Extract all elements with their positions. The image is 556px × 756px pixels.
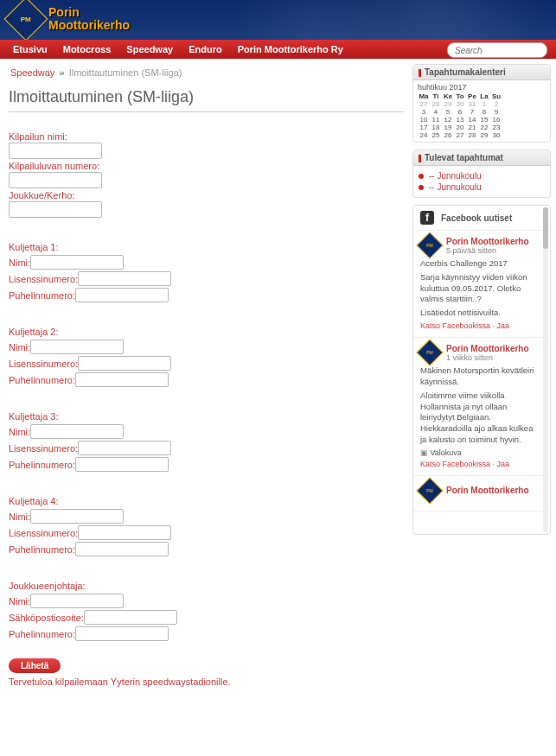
cal-day[interactable]: 22	[478, 124, 490, 131]
cal-day[interactable]: 14	[466, 116, 478, 124]
fb-post-author[interactable]: Porin Moottorikerho	[446, 486, 529, 495]
cal-day[interactable]: 23	[490, 124, 502, 131]
input-driver-2-name[interactable]	[30, 340, 124, 354]
cal-day[interactable]: 21	[466, 124, 478, 131]
cal-day[interactable]: 30	[454, 100, 466, 108]
label-driver-lic: Lisenssinumero:	[9, 274, 78, 284]
input-driver-4-phone[interactable]	[75, 542, 169, 556]
label-leader-email: Sähköpostiosoite:	[9, 613, 84, 623]
cal-day[interactable]: 24	[418, 131, 430, 139]
cal-day[interactable]: 29	[478, 131, 490, 139]
label-comp-num: Kilpailuluvan numero:	[9, 161, 404, 171]
cal-day[interactable]: 11	[430, 116, 442, 124]
cal-weekday: La	[478, 92, 490, 100]
nav-motocross[interactable]: Motocross	[55, 44, 119, 54]
main-nav: Etusivu Motocross Speedway Enduro Porin …	[0, 40, 556, 59]
input-team[interactable]	[9, 201, 102, 218]
fb-post: PMPorin Moottorikerho5 päivää sittenAcer…	[413, 231, 550, 338]
breadcrumb-current: Ilmoittautuminen (SM-liiga)	[69, 67, 182, 78]
label-driver-phone: Puhelinnumero:	[9, 544, 75, 555]
search-input[interactable]	[447, 42, 547, 58]
input-driver-4-lic[interactable]	[78, 525, 171, 540]
input-comp-name[interactable]	[9, 143, 102, 159]
nav-ry[interactable]: Porin Moottorikerho Ry	[230, 44, 351, 54]
input-leader-email[interactable]	[84, 610, 177, 625]
input-comp-num[interactable]	[9, 172, 102, 188]
fb-post-links[interactable]: Katso Facebookissa · Jaa	[420, 321, 541, 330]
cal-day[interactable]: 12	[442, 116, 454, 124]
fb-post: PMPorin Moottorikerho1 viikko sittenMäki…	[413, 338, 550, 476]
cal-day[interactable]: 31	[466, 100, 478, 108]
driver-4-title: Kuljettaja 4:	[9, 496, 404, 506]
fb-post-time: 1 viikko sitten	[446, 353, 529, 362]
cal-weekday: Su	[490, 92, 502, 100]
cal-day[interactable]: 5	[442, 108, 454, 116]
cal-day[interactable]: 6	[454, 108, 466, 116]
cal-day[interactable]: 17	[418, 124, 430, 131]
input-driver-4-name[interactable]	[30, 509, 124, 524]
cal-day[interactable]: 18	[430, 124, 442, 131]
cal-day[interactable]: 28	[466, 131, 478, 139]
cal-day[interactable]: 7	[466, 108, 478, 116]
cal-day[interactable]: 13	[454, 116, 466, 124]
input-driver-2-lic[interactable]	[78, 356, 171, 371]
cal-day[interactable]: 29	[442, 100, 454, 108]
nav-etusivu[interactable]: Etusivu	[5, 44, 55, 54]
cal-day[interactable]: 26	[442, 131, 454, 139]
nav-speedway[interactable]: Speedway	[118, 44, 181, 54]
cal-day[interactable]: 8	[478, 108, 490, 116]
logo-text: Porin Moottorikerho	[48, 6, 130, 31]
cal-day[interactable]: 9	[490, 108, 502, 116]
cal-day[interactable]: 3	[418, 108, 430, 116]
panel-facebook: f Facebook uutiset PMPorin Moottorikerho…	[412, 205, 551, 535]
input-driver-1-phone[interactable]	[75, 288, 169, 302]
cal-day[interactable]: 28	[430, 100, 442, 108]
cal-day[interactable]: 25	[430, 131, 442, 139]
label-driver-lic: Lisenssinumero:	[9, 359, 78, 369]
cal-day[interactable]: 27	[454, 131, 466, 139]
cal-day[interactable]: 27	[418, 100, 430, 108]
cal-day[interactable]: 19	[442, 124, 454, 131]
input-driver-1-name[interactable]	[30, 255, 124, 270]
leader-title: Joukkueenjohtaja:	[9, 581, 404, 591]
cal-day[interactable]: 30	[490, 131, 502, 139]
input-driver-3-lic[interactable]	[78, 441, 171, 455]
panel-upcoming-header: Tulevat tapahtumat	[413, 150, 550, 166]
breadcrumb-speedway[interactable]: Speedway	[10, 67, 54, 78]
event-link[interactable]: -- Junnukoulu	[429, 171, 482, 181]
input-leader-phone[interactable]	[75, 626, 169, 641]
label-driver-name: Nimi:	[9, 342, 30, 353]
cal-day[interactable]: 4	[430, 108, 442, 116]
site-logo[interactable]: PM Porin Moottorikerho	[10, 3, 130, 35]
fb-scrollbar[interactable]	[541, 206, 550, 534]
input-driver-2-phone[interactable]	[75, 372, 169, 387]
panel-upcoming: Tulevat tapahtumat -- Junnukoulu-- Junnu…	[412, 149, 551, 198]
input-leader-name[interactable]	[30, 594, 124, 608]
submit-button[interactable]: Lähetä	[9, 658, 61, 673]
cal-day[interactable]: 20	[454, 124, 466, 131]
label-driver-name: Nimi:	[9, 257, 30, 268]
input-driver-3-name[interactable]	[30, 424, 124, 439]
label-driver-phone: Puhelinnumero:	[9, 290, 75, 301]
nav-enduro[interactable]: Enduro	[181, 44, 230, 54]
event-link[interactable]: -- Junnukoulu	[429, 182, 482, 192]
input-driver-1-lic[interactable]	[78, 271, 171, 286]
cal-day[interactable]: 15	[478, 116, 490, 124]
cal-day[interactable]: 2	[490, 100, 502, 108]
panel-calendar-header: Tapahtumakalenteri	[413, 65, 550, 80]
fb-photo-link[interactable]: Valokuva	[420, 448, 541, 457]
breadcrumb-sep: »	[59, 67, 64, 78]
fb-post-author[interactable]: Porin Moottorikerho	[446, 237, 529, 246]
label-driver-lic: Lisenssinumero:	[9, 528, 78, 538]
logo-icon: PM	[4, 0, 48, 40]
cal-day[interactable]: 16	[490, 116, 502, 124]
fb-post-links[interactable]: Katso Facebookissa · Jaa	[420, 460, 541, 468]
cal-day[interactable]: 1	[478, 100, 490, 108]
fb-post-text: Mäkinen Motorsportin kevätleiri käynniss…	[420, 365, 541, 388]
input-driver-3-phone[interactable]	[75, 457, 169, 472]
fb-post-author[interactable]: Porin Moottorikerho	[446, 344, 529, 353]
facebook-header: Facebook uutiset	[441, 213, 512, 223]
page-title: Ilmoittautuminen (SM-liiga)	[9, 88, 404, 112]
cal-day[interactable]: 10	[418, 116, 430, 124]
driver-3-title: Kuljettaja 3:	[9, 411, 404, 422]
